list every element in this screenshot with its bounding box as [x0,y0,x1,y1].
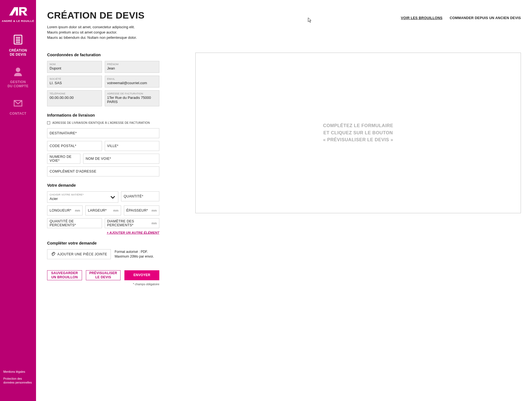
shipping-section: Informations de livraison ADRESSE DE LIV… [47,113,159,176]
longueur-input[interactable]: LONGUEUR*mm [47,205,83,215]
user-icon [7,66,29,78]
attach-format-note: Format autorisé : PDF. Maximum 20Mo par … [115,250,154,258]
complete-title: Compléter votre demande [47,241,159,245]
paperclip-icon [51,251,55,257]
brand-logo: ANDRÉ & LE ROUILLÉ [2,6,34,22]
same-address-label: ADRESSE DE LIVRAISON IDENTIQUE À L'ADRES… [52,121,150,124]
preview-panel: COMPLÉTEZ LE FORMULAIRE ET CLIQUEZ SUR L… [195,53,521,213]
reorder-link[interactable]: COMMANDER DEPUIS UN ANCIEN DEVIS [450,16,521,20]
main-content: CRÉATION DE DEVIS Lorem ipsum dolor sit … [36,0,532,401]
save-draft-button[interactable]: SAUVEGARDER UN BROUILLON [47,270,82,280]
same-address-checkbox[interactable] [47,121,50,124]
chevron-down-icon [110,195,115,200]
page-subtitle: Lorem ipsum dolor sit amet, consectetur … [47,25,145,40]
brand-name: ANDRÉ & LE ROUILLÉ [2,19,34,22]
sidebar-item-label: CONTACT [10,112,27,116]
matiere-select[interactable]: CHOISIR VOTRE MATIÈRE* Acier [47,191,118,203]
adresse-facturation-field: ADRESSE DE FACTURATION 1Ter Rue du Parad… [105,90,160,106]
largeur-input[interactable]: LARGEUR*mm [85,205,121,215]
complement-adresse-input[interactable]: COMPLÉMENT D'ADRESSE [47,166,159,176]
sidebar-item-label: CRÉATION DE DEVIS [9,48,27,57]
sidebar-item-label: GESTION DU COMPTE [7,80,29,88]
shipping-title: Informations de livraison [47,113,159,117]
billing-section: Coordonnées de facturation NOM Dupont PR… [47,53,159,106]
add-element-link[interactable]: + AJOUTER UN AUTRE ÉLÉMENT [47,231,159,234]
header-links: VOIR LES BROUILLONS COMMANDER DEPUIS UN … [401,16,521,20]
legal-link[interactable]: Mentions légales [3,370,33,374]
attach-button[interactable]: AJOUTER UNE PIÈCE JOINTE [47,249,111,259]
logo-icon [8,6,28,17]
button-row: SAUVEGARDER UN BROUILLON PRÉVISUALISER L… [47,270,159,280]
sidebar-footer: Mentions légales Protection des données … [0,367,36,401]
billing-title: Coordonnées de facturation [47,53,159,57]
svg-point-5 [16,68,20,72]
preview-placeholder: COMPLÉTEZ LE FORMULAIRE ET CLIQUEZ SUR L… [323,122,393,143]
societe-field: SOCIÉTÉ LI. SAS [47,76,102,88]
sidebar-item-creation-devis[interactable]: CRÉATION DE DEVIS [9,34,27,57]
sidebar: ANDRÉ & LE ROUILLÉ CRÉATION DE DEVIS GES… [0,0,36,401]
nom-field: NOM Dupont [47,61,102,73]
numero-voie-input[interactable]: NUMERO DE VOIE* [47,154,80,164]
same-address-row[interactable]: ADRESSE DE LIVRAISON IDENTIQUE À L'ADRES… [47,121,159,124]
quantite-input[interactable]: QUANTITÉ* [121,191,159,201]
email-field: EMAIL votreemail@courriel.com [105,76,160,88]
document-icon [9,34,27,47]
prenom-field: PRÉNOM Jean [105,61,160,73]
nom-voie-input[interactable]: NOM DE VOIE* [83,154,159,164]
epaisseur-input[interactable]: ÉPAISSEUR*mm [124,205,159,215]
preview-button[interactable]: PRÉVISUALISER LE DEVIS [86,270,121,280]
sidebar-item-contact[interactable]: CONTACT [10,98,27,116]
destinataire-input[interactable]: DESTINATAIRE* [47,128,159,138]
qte-percements-input[interactable]: QUANTITÉ DE PERCEMENTS* [47,218,102,228]
diam-percements-input[interactable]: DIAMÈTRE DES PERCEMENTS*mm [105,218,160,228]
sidebar-item-gestion-compte[interactable]: GESTION DU COMPTE [7,66,29,88]
ville-input[interactable]: VILLE* [105,141,160,151]
complete-section: Compléter votre demande AJOUTER UNE PIÈC… [47,241,159,259]
view-drafts-link[interactable]: VOIR LES BROUILLONS [401,16,443,20]
telephone-field: TÉLÉPHONE 00.00.00.00.00 [47,90,102,106]
page-title: CRÉATION DE DEVIS [47,10,145,21]
request-section: Votre demande CHOISIR VOTRE MATIÈRE* Aci… [47,183,159,234]
mail-icon [10,98,27,110]
send-button[interactable]: ENVOYER [124,270,159,280]
request-title: Votre demande [47,183,159,187]
required-note: * champs obligatoire [47,282,159,286]
privacy-link[interactable]: Protection des données personnelles [3,377,33,384]
code-postal-input[interactable]: CODE POSTAL* [47,141,102,151]
